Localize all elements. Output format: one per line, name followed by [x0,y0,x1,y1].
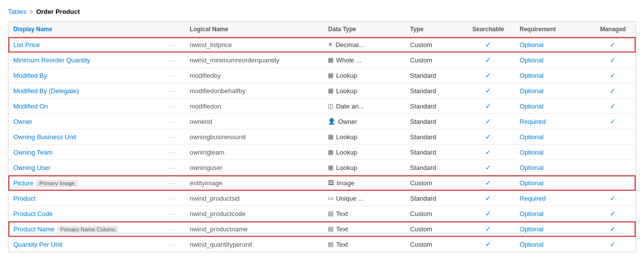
managed-cell [590,129,636,145]
managed-cell [590,175,636,191]
table-row[interactable]: Modified By···modifiedby▦LookupStandard✓… [8,68,636,83]
table-row[interactable]: Owning Team···owningteam▦LookupStandard✓… [8,145,636,160]
managed-check-icon: ✓ [610,102,616,110]
searchable-cell: ✓ [462,68,515,83]
columns-table-wrapper: Display Name Logical Name Data Type Type… [8,21,636,252]
type-icon: ✕ [328,41,333,48]
managed-cell: ✓ [590,114,636,129]
table-row[interactable]: Product Code···nwind_productcode▤TextCus… [8,206,636,221]
type-text: Whole ... [336,56,361,64]
row-actions-icon[interactable]: ··· [168,149,176,156]
searchable-cell: ✓ [462,114,515,129]
type-text: Lookup [336,133,357,141]
display-name-link[interactable]: Modified On [13,103,48,110]
logical-name-cell: nwind_minimumreorderquantity [184,53,323,68]
table-row[interactable]: Modified On···modifiedon◫Date an...Stand… [8,99,636,114]
table-row[interactable]: Product···nwind_productsid▭Unique ...Sta… [8,191,636,206]
row-actions-icon[interactable]: ··· [168,57,176,64]
row-actions-icon[interactable]: ··· [168,180,176,187]
display-name-link[interactable]: Owning Team [13,149,52,156]
requirement-cell: Optional [515,83,591,99]
breadcrumb: Tables > Order Product [8,8,636,15]
table-row[interactable]: PicturePrimary Image···entityimage🖼Image… [8,175,636,191]
row-actions-icon[interactable]: ··· [168,103,176,110]
table-row[interactable]: Quantity Per Unit···nwind_quantityperuni… [8,237,636,252]
table-row[interactable]: Owner···ownerid👤OwnerStandard✓Required✓ [8,114,636,129]
display-name-link[interactable]: Minimum Reorder Quantity [13,56,90,64]
display-name-link[interactable]: Product Code [13,210,53,217]
display-name-link[interactable]: Product [13,195,36,202]
managed-cell [590,160,636,175]
requirement-cell: Optional [515,221,591,237]
managed-cell: ✓ [590,83,636,99]
row-actions-icon[interactable]: ··· [168,118,176,125]
type-text: Lookup [336,149,357,156]
managed-check-icon: ✓ [610,194,616,202]
managed-cell: ✓ [590,99,636,114]
type-text: Text [336,225,348,233]
logical-name-cell: modifiedby [184,68,323,83]
table-row[interactable]: List Price···nwind_listprice✕Decimal...C… [8,37,636,53]
requirement-cell: Required [515,114,591,129]
table-row[interactable]: Owning User···owninguser▦LookupStandard✓… [8,160,636,175]
category-cell: Standard [405,145,462,160]
row-actions-icon[interactable]: ··· [168,195,176,202]
display-name-link[interactable]: List Price [13,41,40,49]
searchable-check-icon: ✓ [485,148,491,156]
logical-name-cell: owningbusinessunit [184,129,323,145]
type-text: Image [336,179,354,187]
logical-name-cell: ownerid [184,114,323,129]
type-icon: ▭ [328,195,333,202]
searchable-check-icon: ✓ [485,102,491,110]
table-row[interactable]: Owning Business Unit···owningbusinessuni… [8,129,636,145]
col-header-type: Data Type [323,22,405,37]
logical-name-cell: owningteam [184,145,323,160]
display-name-link[interactable]: Owning Business Unit [13,133,76,141]
row-badge: Primary Name Column [57,226,118,233]
logical-name-cell: nwind_productcode [184,206,323,221]
type-text: Owner [338,118,357,125]
managed-cell: ✓ [590,191,636,206]
type-text: Lookup [336,164,357,171]
searchable-check-icon: ✓ [485,133,491,141]
logical-name-cell: modifiedonbehalfby [184,83,323,99]
logical-name-cell: owninguser [184,160,323,175]
category-cell: Standard [405,99,462,114]
col-header-requirement: Requirement [515,22,591,37]
requirement-cell: Optional [515,206,591,221]
row-actions-icon[interactable]: ··· [168,42,176,49]
requirement-cell: Optional [515,37,591,53]
display-name-link[interactable]: Quantity Per Unit [13,241,62,248]
logical-name-cell: nwind_productname [184,221,323,237]
requirement-cell: Optional [515,175,591,191]
table-row[interactable]: Modified By (Delegate)···modifiedonbehal… [8,83,636,99]
type-icon: 🖼 [328,179,334,186]
searchable-cell: ✓ [462,237,515,252]
breadcrumb-tables-link[interactable]: Tables [8,8,27,15]
searchable-cell: ✓ [462,160,515,175]
display-name-link[interactable]: Product Name [13,225,54,233]
row-actions-icon[interactable]: ··· [168,134,176,141]
searchable-check-icon: ✓ [485,225,491,233]
type-text: Text [336,241,348,248]
row-actions-icon[interactable]: ··· [168,211,176,217]
searchable-check-icon: ✓ [485,56,491,64]
row-actions-icon[interactable]: ··· [168,88,176,95]
row-actions-icon[interactable]: ··· [168,226,176,233]
requirement-cell: Optional [515,145,591,160]
row-actions-icon[interactable]: ··· [168,241,176,248]
searchable-check-icon: ✓ [485,117,491,125]
row-actions-icon[interactable]: ··· [168,72,176,79]
row-actions-icon[interactable]: ··· [168,164,176,171]
table-row[interactable]: Minimum Reorder Quantity···nwind_minimum… [8,53,636,68]
managed-cell: ✓ [590,37,636,53]
display-name-link[interactable]: Owner [13,118,32,125]
display-name-link[interactable]: Modified By (Delegate) [13,87,79,95]
display-name-link[interactable]: Owning User [13,164,50,171]
display-name-link[interactable]: Modified By [13,72,47,79]
managed-check-icon: ✓ [610,71,616,79]
breadcrumb-current: Order Product [36,8,80,15]
managed-cell: ✓ [590,237,636,252]
display-name-link[interactable]: Picture [13,179,33,187]
table-row[interactable]: Product NamePrimary Name Column···nwind_… [8,221,636,237]
